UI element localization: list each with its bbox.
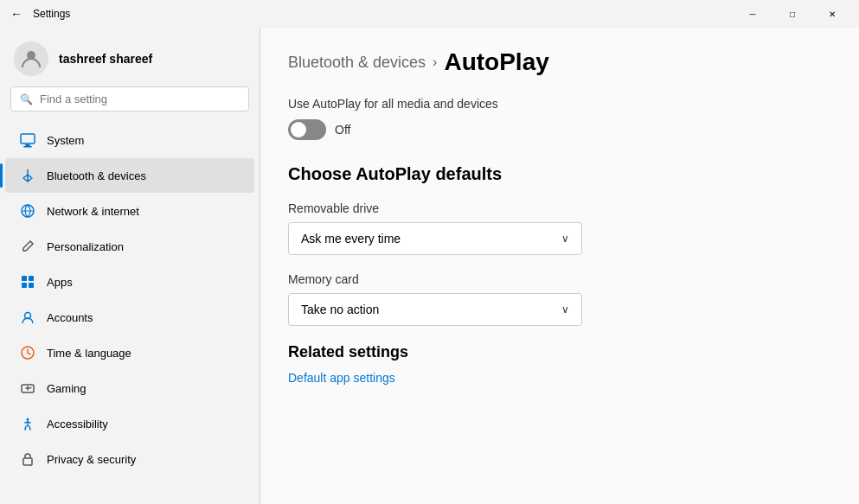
default-app-settings-link[interactable]: Default app settings <box>288 371 395 385</box>
svg-rect-5 <box>22 276 27 281</box>
app-title: Settings <box>33 8 70 20</box>
sidebar-item-apps[interactable]: Apps <box>5 265 254 299</box>
sidebar-item-accounts[interactable]: Accounts <box>5 300 254 335</box>
sidebar-item-time[interactable]: Time & language <box>5 335 254 370</box>
sidebar-item-label: Apps <box>47 276 73 289</box>
content-area: Bluetooth & devices › AutoPlay Use AutoP… <box>260 28 859 504</box>
page-title: AutoPlay <box>444 48 548 76</box>
sidebar-item-label: Accounts <box>47 311 93 324</box>
username: tashreef shareef <box>59 52 152 66</box>
sidebar-item-label: Bluetooth & devices <box>47 169 146 182</box>
user-profile[interactable]: tashreef shareef <box>0 28 260 86</box>
window-controls: ─ □ ✕ <box>733 0 852 28</box>
breadcrumb-parent[interactable]: Bluetooth & devices <box>288 54 426 72</box>
network-icon <box>19 202 36 220</box>
system-icon <box>19 131 36 149</box>
breadcrumb-separator: › <box>433 54 437 70</box>
svg-rect-14 <box>23 458 32 465</box>
memory-card-label: Memory card <box>288 272 831 286</box>
sidebar-item-personalization[interactable]: Personalization <box>5 229 254 264</box>
close-icon: ✕ <box>829 10 836 19</box>
back-button[interactable]: ← <box>7 3 26 24</box>
search-input[interactable] <box>40 93 240 105</box>
svg-rect-7 <box>22 283 27 288</box>
search-icon: 🔍 <box>20 93 33 105</box>
minimize-icon: ─ <box>749 10 755 19</box>
sidebar-item-label: Accessibility <box>47 418 108 431</box>
accessibility-icon <box>19 415 36 432</box>
removable-drive-value: Ask me every time <box>301 232 401 246</box>
titlebar: ← Settings ─ □ ✕ <box>0 0 859 28</box>
sidebar-item-accessibility[interactable]: Accessibility <box>5 406 254 441</box>
sidebar-item-gaming[interactable]: Gaming <box>5 371 254 405</box>
svg-rect-3 <box>23 146 32 148</box>
sidebar-item-label: Privacy & security <box>47 453 136 466</box>
maximize-button[interactable]: □ <box>772 0 812 28</box>
sidebar-item-label: Time & language <box>47 347 131 360</box>
sidebar-item-system[interactable]: System <box>5 123 254 157</box>
svg-rect-8 <box>29 283 34 288</box>
nav-list: System Bluetooth & devices Network & int… <box>0 122 260 504</box>
sidebar-item-label: Personalization <box>47 240 124 253</box>
sidebar-item-label: System <box>47 134 84 147</box>
search-box[interactable]: 🔍 <box>10 86 249 112</box>
privacy-icon <box>19 450 36 468</box>
autoplay-toggle[interactable] <box>288 119 326 140</box>
sidebar: tashreef shareef 🔍 System Bluetooth & de… <box>0 28 260 504</box>
sidebar-item-network[interactable]: Network & internet <box>5 194 254 228</box>
chevron-down-icon: ∨ <box>561 303 569 316</box>
svg-rect-2 <box>25 144 30 146</box>
autoplay-toggle-label: Use AutoPlay for all media and devices <box>288 97 831 111</box>
sidebar-item-label: Network & internet <box>47 205 139 218</box>
svg-point-13 <box>27 418 29 421</box>
close-button[interactable]: ✕ <box>812 0 852 28</box>
memory-card-value: Take no action <box>301 303 379 316</box>
related-settings-title: Related settings <box>288 343 831 361</box>
apps-icon <box>19 273 36 290</box>
avatar <box>14 41 48 76</box>
memory-card-dropdown[interactable]: Take no action ∨ <box>288 293 582 326</box>
chevron-down-icon: ∨ <box>561 233 569 245</box>
breadcrumb: Bluetooth & devices › AutoPlay <box>288 48 831 76</box>
back-icon: ← <box>10 7 22 21</box>
minimize-button[interactable]: ─ <box>733 0 772 28</box>
bluetooth-icon <box>19 167 36 184</box>
maximize-icon: □ <box>790 10 795 19</box>
personalization-icon <box>19 238 36 255</box>
svg-point-12 <box>30 387 32 389</box>
sidebar-item-privacy[interactable]: Privacy & security <box>5 442 254 476</box>
svg-rect-1 <box>21 134 35 144</box>
removable-drive-label: Removable drive <box>288 201 831 215</box>
gaming-icon <box>19 380 36 397</box>
toggle-thumb <box>291 122 306 137</box>
removable-drive-dropdown[interactable]: Ask me every time ∨ <box>288 222 582 255</box>
autoplay-toggle-row: Off <box>288 119 831 140</box>
choose-defaults-title: Choose AutoPlay defaults <box>288 164 831 184</box>
time-icon <box>19 344 36 361</box>
sidebar-item-bluetooth[interactable]: Bluetooth & devices <box>5 158 254 193</box>
toggle-state-label: Off <box>335 123 350 137</box>
sidebar-item-label: Gaming <box>47 382 87 395</box>
accounts-icon <box>19 309 36 326</box>
app-layout: tashreef shareef 🔍 System Bluetooth & de… <box>0 28 859 504</box>
svg-rect-6 <box>29 276 34 281</box>
